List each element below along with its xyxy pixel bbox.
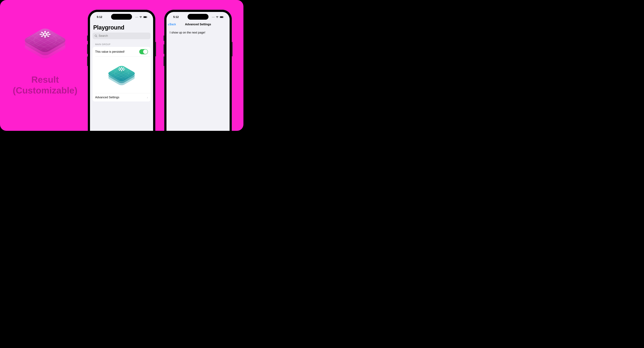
- promo-block: Result (Customizable): [10, 19, 80, 96]
- svg-rect-23: [123, 70, 124, 71]
- nav-title: Advanced Settings: [185, 23, 211, 26]
- chevron-right-icon: ›: [147, 96, 148, 99]
- svg-rect-22: [119, 68, 120, 69]
- gear-icon: [36, 28, 55, 41]
- svg-rect-20: [123, 68, 124, 69]
- svg-rect-3: [40, 34, 42, 35]
- phone-mockup-main: 5:12 •••• Playground MAIN GROUP This val…: [88, 10, 155, 131]
- status-time: 5:12: [95, 16, 102, 19]
- svg-rect-7: [41, 32, 44, 33]
- settings-card: This value is persisted!: [92, 47, 150, 102]
- app-icon-pink: [21, 19, 69, 65]
- wifi-icon: [139, 16, 142, 18]
- advanced-settings-row[interactable]: Advanced Settings ›: [92, 93, 150, 102]
- wifi-icon: [216, 16, 219, 18]
- dynamic-island: [188, 14, 208, 20]
- nav-bar: ‹ Back Advanced Settings: [166, 21, 230, 28]
- svg-rect-8: [47, 35, 50, 37]
- svg-point-13: [95, 35, 96, 37]
- page-title: Playground: [93, 24, 150, 31]
- svg-rect-12: [147, 17, 148, 18]
- toggle-label: This value is persisted!: [95, 50, 139, 54]
- svg-rect-1: [44, 31, 46, 33]
- app-icon-teal: [106, 60, 138, 89]
- gear-icon: [115, 65, 128, 73]
- back-button[interactable]: ‹ Back: [168, 22, 176, 27]
- search-field[interactable]: [92, 33, 150, 39]
- promo-line1: Result: [13, 74, 77, 85]
- svg-rect-26: [220, 17, 223, 18]
- image-row: [92, 57, 150, 93]
- search-icon: [94, 35, 98, 37]
- dynamic-island: [111, 14, 132, 20]
- toggle-row: This value is persisted!: [92, 47, 150, 57]
- advanced-settings-label: Advanced Settings: [95, 96, 147, 99]
- chevron-left-icon: ‹: [168, 22, 169, 27]
- svg-rect-17: [121, 70, 122, 71]
- search-input[interactable]: [99, 34, 148, 38]
- promo-text: Result (Customizable): [13, 74, 77, 96]
- promo-line2: (Customizable): [13, 85, 77, 96]
- detail-body-text: I show up on the next page!: [166, 28, 230, 37]
- svg-rect-19: [124, 69, 125, 70]
- svg-rect-6: [41, 35, 44, 37]
- svg-point-24: [121, 69, 122, 70]
- section-header: MAIN GROUP: [95, 43, 148, 46]
- svg-rect-4: [48, 34, 50, 35]
- persist-toggle[interactable]: [139, 49, 148, 54]
- battery-icon: [143, 16, 148, 18]
- status-time: 5:12: [171, 16, 179, 19]
- svg-rect-11: [144, 17, 146, 18]
- svg-point-9: [44, 34, 46, 35]
- svg-rect-5: [47, 32, 50, 33]
- phone-mockup-detail: 5:12 •••• ‹ Back Advanced Settings I sho…: [164, 10, 232, 131]
- cellular-dots-icon: ••••: [136, 16, 138, 18]
- cellular-dots-icon: ••••: [212, 16, 215, 18]
- svg-rect-2: [44, 36, 46, 38]
- svg-rect-27: [224, 17, 224, 18]
- svg-line-14: [96, 37, 97, 37]
- back-label: Back: [170, 23, 176, 26]
- promo-canvas: Result (Customizable) 5:12 •••• Playgrou…: [0, 0, 244, 131]
- svg-rect-21: [119, 70, 120, 71]
- svg-rect-16: [121, 67, 122, 68]
- svg-rect-18: [118, 69, 120, 70]
- battery-icon: [220, 16, 224, 18]
